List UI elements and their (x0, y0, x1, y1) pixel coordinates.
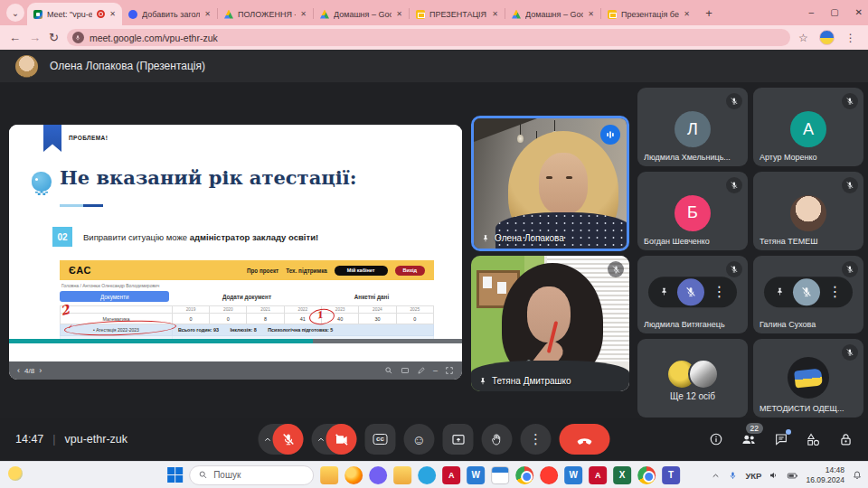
tab-close-icon[interactable]: ✕ (396, 10, 402, 18)
next-slide-button[interactable]: › (39, 366, 42, 375)
pen-tool-icon[interactable] (417, 366, 426, 375)
prev-slide-button[interactable]: ‹ (17, 366, 20, 375)
browser-profile-avatar[interactable] (819, 30, 835, 45)
tab-meet[interactable]: Meet: "vpu-ethr- ✕ (27, 3, 122, 25)
captions-button[interactable]: cc (365, 424, 396, 455)
battery-icon[interactable] (787, 470, 798, 482)
taskbar-app-firefox[interactable] (344, 466, 363, 484)
tab-close-icon[interactable]: ✕ (204, 10, 211, 18)
pin-icon[interactable] (775, 287, 785, 297)
more-options-icon[interactable]: ⋮ (828, 284, 843, 301)
tray-mic-icon[interactable] (728, 471, 738, 481)
plus-icon: + (705, 6, 712, 20)
leave-call-button[interactable] (560, 424, 610, 455)
reload-button[interactable]: ↻ (49, 32, 59, 43)
tab-slides-1[interactable]: ПРЕЗЕНТАЦІЯ НАГО ✕ (410, 3, 505, 25)
bookmark-star-icon[interactable]: ☆ (798, 32, 808, 44)
overflow-participants-tile[interactable]: Ще 12 осіб (637, 339, 748, 418)
participant-tile[interactable]: Тетяна ТЕМЕШ (753, 172, 863, 250)
tab-close-icon[interactable]: ✕ (300, 10, 307, 18)
tab-close-icon[interactable]: ✕ (684, 10, 690, 18)
tab-close-icon[interactable]: ✕ (109, 10, 116, 18)
tab-drive-3[interactable]: Домашня – Google ✕ (505, 3, 600, 25)
notifications-bell-icon[interactable] (852, 470, 863, 481)
mic-toggle-button[interactable] (273, 424, 304, 455)
taskbar-app-word-2[interactable]: W (564, 466, 582, 484)
presentation-tile[interactable]: ПРОБЛЕМА! Не вказаний рік атестації: 02 … (9, 125, 462, 380)
start-button[interactable] (167, 467, 183, 483)
people-panel-button[interactable]: 22 (741, 431, 757, 447)
camera-toggle-button[interactable] (326, 424, 357, 455)
participant-tile[interactable]: Б Богдан Шевченко (637, 172, 748, 250)
taskbar-app-word[interactable]: W (467, 466, 485, 484)
taskbar-app-file-explorer[interactable] (320, 466, 338, 484)
participant-tile[interactable]: ⋮ Людмила Витяганець (637, 256, 748, 334)
taskbar-app-excel[interactable]: X (613, 466, 631, 484)
keyboard-language[interactable]: УКР (745, 471, 761, 481)
participant-tile[interactable]: А Артур Моренко (753, 88, 863, 166)
taskbar-app-chrome-2[interactable] (637, 466, 656, 484)
tab-drive-2[interactable]: Домашня – Google ✕ (314, 3, 409, 25)
chat-panel-button[interactable] (774, 432, 788, 446)
taskbar-app-teams[interactable]: T (662, 466, 680, 484)
presenter-banner-name: Олена Лопакова (Презентація) (50, 60, 205, 72)
taskbar-app-viber[interactable] (369, 466, 387, 484)
taskbar-app-calendar[interactable] (491, 466, 509, 484)
window-minimize-button[interactable]: – (809, 7, 815, 17)
back-button[interactable]: ← (9, 32, 21, 43)
taskbar-app-acrobat-2[interactable]: A (589, 466, 607, 484)
participant-name: Галина Сухова (760, 320, 859, 329)
new-tab-button[interactable]: + (700, 4, 718, 22)
tab-close-icon[interactable]: ✕ (588, 10, 594, 18)
meet-bottom-bar: 14:47 | vpu-ethr-zuk cc ☺ ⋮ 22 (0, 418, 868, 461)
taskbar-app-chrome[interactable] (515, 466, 533, 484)
reactions-button[interactable]: ☺ (404, 424, 435, 455)
meet-favicon-icon (33, 10, 42, 19)
taskbar-search[interactable]: Пошук (189, 465, 314, 485)
host-controls-button[interactable] (838, 432, 854, 447)
address-bar[interactable]: meet.google.com/vpu-ethr-zuk (67, 29, 790, 46)
eac-exit-button: Вихід (395, 266, 425, 276)
taskbar-app-telegram[interactable] (418, 466, 436, 484)
participant-tile[interactable]: МЕТОДИСТИ ОДЕЩ... (753, 339, 863, 418)
activities-button[interactable] (806, 432, 821, 447)
tab-title: Добавить заголовок (142, 10, 200, 19)
tray-chevron-icon[interactable] (711, 471, 721, 481)
browser-menu-icon[interactable]: ⋮ (845, 32, 856, 44)
taskbar-app-opera[interactable] (540, 466, 558, 484)
tab-docs[interactable]: Добавить заголовок ✕ (122, 3, 217, 25)
site-mic-permission-icon[interactable] (72, 32, 84, 43)
window-close-button[interactable]: ✕ (855, 7, 863, 17)
forward-button[interactable]: → (29, 32, 41, 43)
fullscreen-icon[interactable] (445, 366, 454, 375)
raise-hand-button[interactable] (482, 424, 513, 455)
tab-search-button[interactable]: ⌄ (6, 4, 24, 22)
taskbar-app-folder[interactable] (393, 466, 411, 484)
slideshow-icon[interactable] (401, 366, 410, 375)
more-options-icon[interactable]: ⋮ (712, 284, 727, 301)
participant-tile[interactable]: ⋮ Галина Сухова (753, 256, 863, 334)
taskbar-widgets-button[interactable] (8, 466, 23, 481)
meet-stage: ПРОБЛЕМА! Не вказаний рік атестації: 02 … (0, 82, 868, 418)
video-tile-olena[interactable]: Олена Лопакова (471, 116, 629, 251)
participants-grid: Л Людмила Хмельниць... А Артур Моренко Б… (637, 88, 863, 418)
camera-options-chevron[interactable] (316, 435, 326, 445)
video-tile-tetiana-d[interactable]: Тетяна Дмитрашко (471, 256, 629, 391)
tray-clock[interactable]: 14:48 16.09.2024 (806, 465, 844, 484)
mic-options-chevron[interactable] (263, 435, 273, 445)
window-maximize-button[interactable]: ▢ (830, 7, 838, 17)
tab-drive-1[interactable]: ПОЛОЖЕННЯ -рейт ✕ (218, 3, 313, 25)
system-tray: УКР 14:48 16.09.2024 (711, 462, 863, 488)
minimize-bar-icon[interactable]: – (433, 366, 438, 375)
camera-off-icon (334, 432, 349, 447)
participant-tile[interactable]: Л Людмила Хмельниць... (637, 88, 748, 166)
tab-slides-2[interactable]: Презентація без на ✕ (601, 3, 696, 25)
meeting-details-button[interactable] (709, 432, 723, 446)
zoom-icon[interactable] (384, 366, 393, 375)
taskbar-app-acrobat[interactable]: A (442, 466, 460, 484)
volume-icon[interactable] (769, 470, 779, 481)
pin-icon[interactable] (659, 287, 669, 297)
tab-close-icon[interactable]: ✕ (492, 10, 498, 18)
present-button[interactable] (443, 424, 474, 455)
more-options-button[interactable]: ⋮ (521, 424, 552, 455)
